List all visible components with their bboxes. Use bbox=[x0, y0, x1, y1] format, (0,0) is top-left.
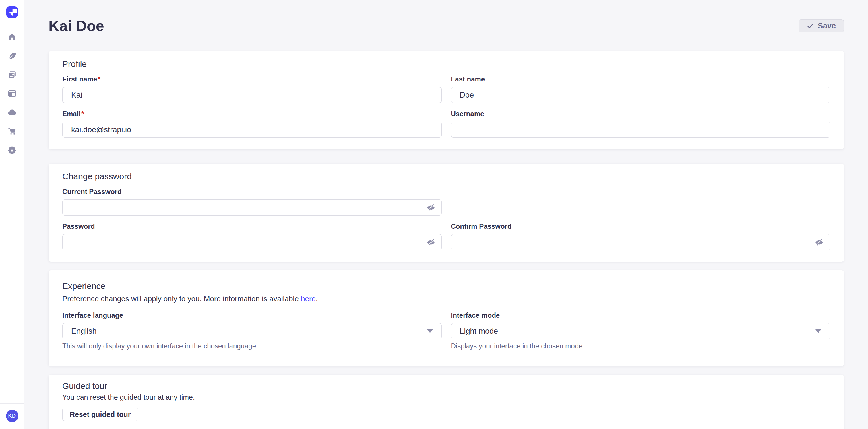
required-marker: * bbox=[98, 75, 100, 83]
toggle-password-visibility-button[interactable] bbox=[426, 238, 435, 247]
avatar[interactable]: KD bbox=[6, 410, 19, 422]
gear-icon bbox=[7, 146, 17, 155]
strapi-logo-icon bbox=[6, 6, 18, 19]
feather-icon bbox=[7, 51, 17, 60]
sidebar-item-settings[interactable] bbox=[0, 141, 24, 160]
interface-mode-label: Interface mode bbox=[451, 312, 830, 319]
interface-language-hint: This will only display your own interfac… bbox=[62, 342, 442, 350]
sidebar-bottom-divider bbox=[0, 403, 24, 404]
current-password-label: Current Password bbox=[62, 188, 442, 195]
interface-language-field-group: Interface language English This will onl… bbox=[62, 312, 442, 350]
interface-language-label: Interface language bbox=[62, 312, 442, 319]
change-password-card-title: Change password bbox=[62, 172, 830, 182]
check-icon bbox=[807, 22, 814, 30]
eye-off-icon bbox=[426, 209, 435, 213]
profile-card: Profile First name* Last name Email* Use… bbox=[49, 51, 844, 149]
sidebar-item-content-manager[interactable] bbox=[0, 46, 24, 65]
home-icon bbox=[7, 32, 17, 41]
sidebar-item-marketplace[interactable] bbox=[0, 122, 24, 141]
spacer bbox=[451, 188, 830, 216]
change-password-card: Change password Current Password bbox=[49, 164, 844, 262]
guided-tour-description: You can reset the guided tour at any tim… bbox=[62, 393, 830, 401]
interface-mode-field-group: Interface mode Light mode Displays your … bbox=[451, 312, 830, 350]
last-name-input[interactable] bbox=[451, 87, 830, 103]
strapi-logo[interactable] bbox=[6, 6, 18, 18]
sidebar: KD bbox=[0, 0, 24, 429]
sidebar-item-home[interactable] bbox=[0, 27, 24, 46]
email-input[interactable] bbox=[62, 122, 442, 138]
sidebar-item-content-type-builder[interactable] bbox=[0, 84, 24, 103]
sidebar-item-media-library[interactable] bbox=[0, 65, 24, 84]
page-header: Kai Doe Save bbox=[49, 19, 844, 33]
guided-tour-card: Guided tour You can reset the guided tou… bbox=[49, 375, 844, 429]
profile-card-title: Profile bbox=[62, 59, 830, 69]
page-title: Kai Doe bbox=[49, 17, 104, 34]
toggle-confirm-password-visibility-button[interactable] bbox=[815, 238, 824, 247]
reset-guided-tour-button[interactable]: Reset guided tour bbox=[62, 408, 138, 421]
media-library-icon bbox=[7, 70, 17, 79]
email-field-group: Email* bbox=[62, 110, 442, 138]
confirm-password-input[interactable] bbox=[451, 234, 830, 250]
eye-off-icon bbox=[426, 243, 435, 248]
cart-icon bbox=[7, 127, 17, 136]
password-input[interactable] bbox=[62, 234, 442, 250]
last-name-label: Last name bbox=[451, 76, 830, 82]
username-field-group: Username bbox=[451, 110, 830, 138]
first-name-label: First name* bbox=[62, 76, 442, 82]
confirm-password-label: Confirm Password bbox=[451, 223, 830, 230]
password-field-group: Password bbox=[62, 223, 442, 250]
email-label: Email* bbox=[62, 110, 442, 118]
save-button-label: Save bbox=[818, 22, 836, 30]
chevron-down-icon bbox=[815, 329, 821, 333]
first-name-field-group: First name* bbox=[62, 76, 442, 103]
interface-mode-value: Light mode bbox=[460, 327, 498, 336]
layout-icon bbox=[7, 89, 17, 98]
first-name-input[interactable] bbox=[62, 87, 442, 103]
toggle-current-password-visibility-button[interactable] bbox=[426, 203, 435, 212]
sidebar-item-deploy[interactable] bbox=[0, 103, 24, 122]
cloud-icon bbox=[7, 108, 17, 117]
interface-mode-hint: Displays your interface in the chosen mo… bbox=[451, 342, 830, 350]
confirm-password-field-group: Confirm Password bbox=[451, 223, 830, 250]
current-password-field-group: Current Password bbox=[62, 188, 442, 216]
interface-mode-select[interactable]: Light mode bbox=[451, 323, 830, 339]
guided-tour-card-title: Guided tour bbox=[62, 381, 830, 391]
main-content: Kai Doe Save Profile First name* Last na… bbox=[24, 0, 868, 429]
experience-card: Experience Preference changes will apply… bbox=[49, 270, 844, 366]
sidebar-nav bbox=[0, 24, 24, 160]
password-label: Password bbox=[62, 223, 442, 230]
experience-card-title: Experience bbox=[62, 281, 830, 291]
interface-language-value: English bbox=[71, 327, 97, 336]
eye-off-icon bbox=[815, 243, 824, 248]
username-input[interactable] bbox=[451, 122, 830, 138]
last-name-field-group: Last name bbox=[451, 76, 830, 103]
experience-description: Preference changes will apply only to yo… bbox=[62, 294, 830, 303]
save-button[interactable]: Save bbox=[799, 19, 844, 32]
current-password-input[interactable] bbox=[62, 199, 442, 216]
required-marker: * bbox=[81, 110, 84, 118]
username-label: Username bbox=[451, 110, 830, 118]
chevron-down-icon bbox=[427, 329, 433, 333]
interface-language-select[interactable]: English bbox=[62, 323, 442, 339]
more-information-link[interactable]: here bbox=[301, 294, 316, 303]
